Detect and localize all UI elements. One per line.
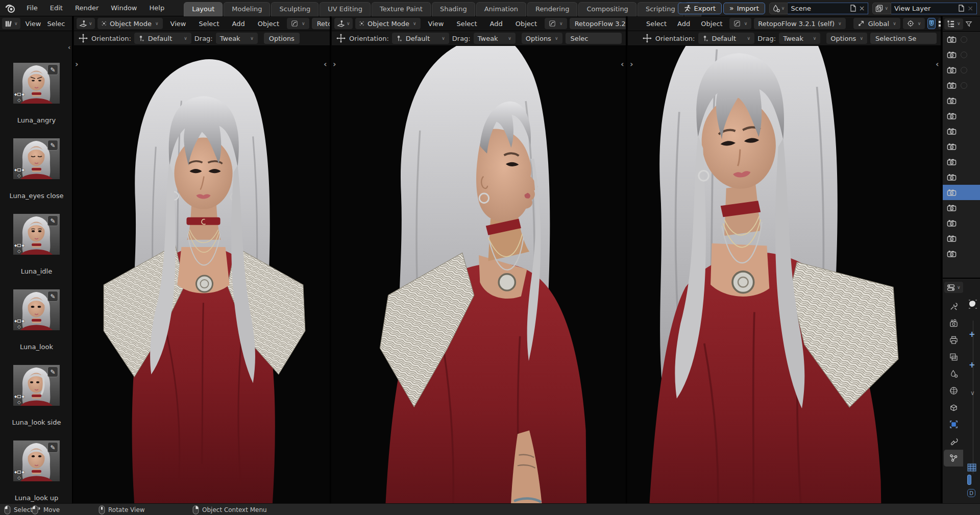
viewport-3-canvas[interactable] — [628, 46, 941, 503]
properties-tab-scene[interactable] — [944, 365, 963, 382]
asset-card-luna-idle[interactable]: ✎ ◆◆ ◇ Luna_idle — [0, 212, 73, 288]
secondary-toggle-icon[interactable] — [961, 67, 967, 73]
trailing-button[interactable]: Selec — [566, 33, 622, 44]
zoom-in-handle[interactable]: + — [969, 330, 975, 339]
blender-logo-icon[interactable] — [4, 3, 17, 14]
menu-select[interactable]: Select — [642, 20, 671, 28]
asset-card-luna-angry[interactable]: ✎ ◆◆ ◇ Luna_angry — [0, 61, 73, 137]
tab-uv-editing[interactable]: UV Editing — [320, 2, 371, 16]
asset-thumbnail[interactable]: ✎ ◆◆ ◇ — [13, 440, 60, 481]
asset-menu-view[interactable]: View — [22, 20, 44, 28]
new-view-layer-icon[interactable] — [958, 5, 965, 12]
pivot-point-dropdown[interactable]: ∨ — [903, 18, 925, 29]
properties-tab-modifiers[interactable] — [944, 433, 963, 450]
secondary-toggle-icon[interactable] — [961, 36, 967, 43]
new-scene-icon[interactable] — [850, 5, 856, 12]
area-corner-icon[interactable]: ‹ — [936, 60, 939, 68]
area-corner-icon[interactable]: › — [630, 60, 633, 68]
menu-view[interactable]: View — [423, 20, 449, 28]
outliner-row[interactable] — [943, 32, 980, 47]
tab-animation[interactable]: Animation — [476, 2, 526, 16]
view-layer-name-field[interactable]: View Layer × — [891, 3, 977, 14]
retopoflow-menu[interactable]: RetopoFlow 3.2.1 (self) ∨ — [754, 18, 845, 29]
tab-shading[interactable]: Shading — [432, 2, 475, 16]
area-corner-icon[interactable]: ‹ — [68, 44, 70, 51]
edit-asset-icon[interactable]: ✎ — [47, 366, 58, 377]
camera-visibility-icon[interactable] — [947, 127, 957, 135]
area-corner-icon[interactable]: ‹ — [324, 60, 327, 68]
pin-blob-icon[interactable] — [968, 299, 978, 309]
edit-asset-icon[interactable]: ✎ — [47, 140, 58, 151]
properties-tab-output[interactable] — [944, 332, 963, 349]
viewport-2[interactable]: ∨ Object Mode ∨ View Select Add Object ∨ — [332, 16, 627, 503]
filter-icon[interactable] — [965, 20, 972, 28]
tab-sculpting[interactable]: Sculpting — [271, 2, 318, 16]
menu-window[interactable]: Window — [105, 0, 143, 16]
trailing-button[interactable]: Selection Se — [870, 33, 937, 44]
properties-tab-view-layer[interactable] — [944, 349, 963, 365]
asset-thumbnail[interactable]: ✎ ◆◆ ◇ — [13, 365, 60, 406]
camera-visibility-icon[interactable] — [947, 81, 957, 89]
camera-visibility-icon[interactable] — [947, 173, 957, 181]
tab-compositing[interactable]: Compositing — [578, 2, 636, 16]
properties-tab-physics[interactable] — [944, 450, 963, 467]
menu-object[interactable]: Object — [510, 20, 542, 28]
menu-render[interactable]: Render — [69, 0, 105, 16]
menu-view[interactable]: View — [165, 20, 191, 28]
asset-thumbnail[interactable]: ✎ ◆◆ ◇ — [13, 289, 60, 330]
drag-dropdown[interactable]: Tweak ∨ — [779, 33, 820, 44]
menu-edit[interactable]: Edit — [44, 0, 69, 16]
properties-tab-object[interactable] — [944, 416, 963, 433]
options-button[interactable]: Options ∨ — [522, 33, 562, 44]
camera-visibility-icon[interactable] — [947, 51, 957, 59]
asset-card-luna-look-side[interactable]: ✎ ◆◆ ◇ Luna_look side — [0, 363, 73, 439]
outliner-row[interactable] — [943, 185, 980, 200]
chevron-down-icon[interactable]: ∨ — [970, 389, 975, 397]
grid-blue-icon[interactable] — [967, 463, 976, 472]
orientation-dropdown[interactable]: Default ∨ — [134, 33, 191, 44]
options-button[interactable]: Options — [264, 33, 300, 44]
remove-view-layer-icon[interactable]: × — [967, 5, 973, 12]
zoom-in-handle[interactable]: + — [969, 360, 975, 370]
snap-toggle[interactable] — [927, 18, 936, 29]
import-button[interactable]: » Import — [723, 3, 765, 14]
outliner-row[interactable] — [943, 231, 980, 246]
camera-visibility-icon[interactable] — [947, 234, 957, 242]
menu-add[interactable]: Add — [485, 20, 508, 28]
outliner-row[interactable] — [943, 200, 980, 215]
menu-file[interactable]: File — [20, 0, 44, 16]
camera-visibility-icon[interactable] — [947, 188, 957, 197]
camera-visibility-icon[interactable] — [947, 250, 957, 258]
editor-type-button[interactable]: ∨ — [2, 18, 20, 29]
tab-modeling[interactable]: Modeling — [224, 2, 270, 16]
outliner-row[interactable] — [943, 62, 980, 78]
outliner-row[interactable] — [943, 139, 980, 154]
editor-type-button[interactable]: ∨ — [944, 282, 963, 293]
retopoflow-menu[interactable]: RetopoFlow 3.2.1 — [570, 18, 626, 29]
mode-dropdown[interactable]: Object Mode ∨ — [97, 18, 163, 29]
outliner-row[interactable] — [943, 93, 980, 108]
area-corner-icon[interactable]: › — [333, 60, 336, 68]
edit-asset-icon[interactable]: ✎ — [47, 64, 58, 75]
outliner-row[interactable] — [943, 124, 980, 139]
asset-menu-select[interactable]: Selec — [46, 20, 66, 28]
menu-object[interactable]: Object — [697, 20, 726, 28]
tab-scripting[interactable]: Scripting — [638, 2, 683, 16]
view-layer-browse-button[interactable]: ∨ — [872, 3, 891, 14]
asset-thumbnail[interactable]: ✎ ◆◆ ◇ — [13, 214, 60, 255]
move-tool-icon[interactable] — [336, 33, 346, 43]
menu-help[interactable]: Help — [143, 0, 171, 16]
outliner-row[interactable] — [943, 108, 980, 124]
area-corner-icon[interactable]: › — [75, 60, 79, 68]
properties-tab-tool[interactable] — [944, 298, 963, 315]
drag-dropdown[interactable]: Tweak ∨ — [216, 33, 258, 44]
editor-type-button[interactable]: ∨ — [334, 18, 353, 29]
menu-add[interactable]: Add — [227, 20, 250, 28]
viewport-1[interactable]: ∨ Object Mode ∨ View Select Add Object ∨ — [74, 16, 331, 503]
camera-visibility-icon[interactable] — [947, 112, 957, 120]
tab-rendering[interactable]: Rendering — [527, 2, 577, 16]
transform-dropdown[interactable]: ∨ — [287, 18, 309, 29]
d-badge-icon[interactable]: D — [967, 489, 975, 497]
tab-texture-paint[interactable]: Texture Paint — [372, 2, 431, 16]
viewport-2-canvas[interactable] — [332, 46, 626, 503]
